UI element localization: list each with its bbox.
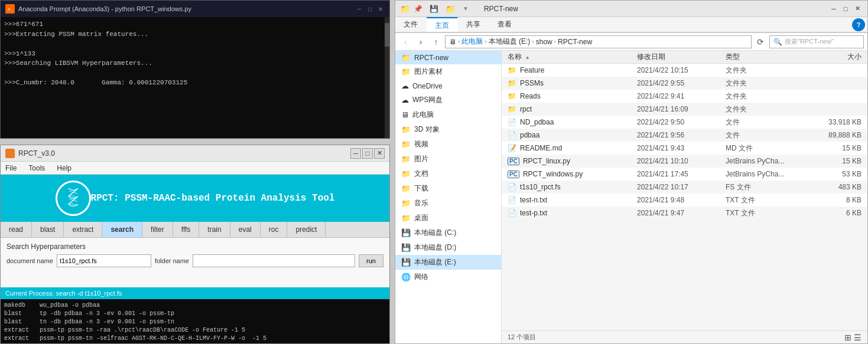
rpct-folder-label: folder name	[155, 257, 189, 264]
sidebar-item-本地磁盘 (C:)[interactable]: 💾本地磁盘 (C:)	[395, 225, 501, 240]
rpct-tab-fffs[interactable]: fffs	[173, 222, 200, 237]
terminal-scrollbar[interactable]	[385, 17, 389, 138]
sidebar-label-OneDrive: OneDrive	[412, 82, 443, 90]
rpct-tab-train[interactable]: train	[199, 222, 230, 237]
sidebar-item-3D 对象[interactable]: 📁3D 对象	[395, 122, 501, 137]
table-row[interactable]: PC RPCT_windows.py 2021/4/21 17:45 JetBr…	[502, 168, 867, 181]
sidebar-icon-网络: 🌐	[401, 273, 411, 281]
terminal-minimize-btn[interactable]: ─	[355, 5, 363, 13]
fe-list-view-btn[interactable]: ⊞	[844, 333, 851, 342]
sidebar-item-本地磁盘 (D:)[interactable]: 💾本地磁盘 (D:)	[395, 240, 501, 255]
fe-col-type-header[interactable]: 类型	[726, 52, 814, 62]
sidebar-icon-音乐: 📁	[401, 199, 411, 208]
file-size-RPCT_linux.py: 15 KB	[814, 157, 862, 165]
menu-file[interactable]: File	[3, 163, 19, 173]
fe-help-btn[interactable]: ?	[852, 18, 865, 31]
terminal-close-btn[interactable]: ✕	[376, 5, 385, 13]
sidebar-item-RPCT-new[interactable]: 📁RPCT-new	[395, 51, 501, 64]
fe-ribbon-tab-共享[interactable]: 共享	[458, 17, 489, 32]
file-name-Reads: 📁 Reads	[508, 92, 637, 100]
rpct-tab-search[interactable]: search	[102, 222, 142, 237]
file-type-rpct: 文件夹	[726, 104, 814, 114]
sidebar-item-WPS网盘[interactable]: ☁WPS网盘	[395, 93, 501, 107]
sidebar-icon-下载: 📁	[401, 184, 411, 193]
sidebar-item-OneDrive[interactable]: ☁OneDrive	[395, 79, 501, 93]
rpct-minimize-btn[interactable]: ─	[350, 148, 361, 159]
file-size-pdbaa: 89,888 KB	[814, 131, 862, 139]
file-date-rpct: 2021/4/21 16:09	[637, 105, 726, 113]
table-row[interactable]: 📄 test-p.txt 2021/4/21 9:47 TXT 文件 6 KB	[502, 207, 867, 219]
rpct-tab-filter[interactable]: filter	[142, 222, 173, 237]
fe-address-bar[interactable]: 🖥 › 此电脑 › 本地磁盘 (E:) › show › RPCT-new	[445, 35, 752, 48]
rpct-maximize-btn[interactable]: □	[362, 148, 373, 159]
file-type-RPCT_linux.py: JetBrains PyCha...	[726, 157, 814, 165]
file-icon-PSSMs: 📁	[508, 79, 516, 87]
sidebar-item-文档[interactable]: 📁文档	[395, 166, 501, 181]
rpct-tab-roc[interactable]: roc	[261, 222, 288, 237]
table-row[interactable]: 📄 test-n.txt 2021/4/21 9:48 TXT 文件 8 KB	[502, 194, 867, 207]
sidebar-item-视频[interactable]: 📁视频	[395, 137, 501, 152]
fe-search-placeholder: 搜索"RPCT-new"	[785, 37, 834, 46]
table-row[interactable]: 📄 ND_pdbaa 2021/4/22 9:50 文件 33,918 KB	[502, 116, 867, 129]
table-row[interactable]: 📄 pdbaa 2021/4/21 9:56 文件 89,888 KB	[502, 129, 867, 142]
terminal-title-text: Anaconda Prompt (Anaconda3) - python RPC…	[18, 5, 191, 12]
fe-back-btn[interactable]: ‹	[399, 35, 412, 48]
fe-addr-part4: RPCT-new	[558, 38, 592, 46]
fe-minimize-btn[interactable]: ─	[828, 4, 839, 14]
table-row[interactable]: 📁 rpct 2021/4/21 16:09 文件夹	[502, 103, 867, 116]
fe-search-bar[interactable]: 🔍 搜索"RPCT-new"	[769, 35, 864, 48]
fe-col-name[interactable]: 名称 ▲	[508, 52, 637, 62]
svg-line-0	[69, 191, 77, 194]
fe-close-btn[interactable]: ✕	[852, 4, 863, 14]
sidebar-icon-本地磁盘 (E:): 💾	[401, 258, 411, 267]
rpct-folder-input[interactable]	[193, 254, 355, 267]
fe-ribbon-tab-文件[interactable]: 文件	[395, 17, 427, 32]
rpct-doc-input[interactable]	[57, 254, 151, 267]
fe-navbar: ‹ › ↑ 🖥 › 此电脑 › 本地磁盘 (E:) › show › RPCT-…	[395, 33, 867, 51]
rpct-tab-blast[interactable]: blast	[32, 222, 64, 237]
sidebar-item-此电脑[interactable]: 🖥此电脑	[395, 107, 501, 122]
sidebar-item-本地磁盘 (E:)[interactable]: 💾本地磁盘 (E:)	[395, 255, 501, 270]
table-row[interactable]: 📁 Feature 2021/4/22 10:15 文件夹	[502, 64, 867, 77]
fe-ribbon-tab-主页[interactable]: 主页	[427, 17, 458, 32]
rpct-tab-eval[interactable]: eval	[230, 222, 261, 237]
sidebar-label-本地磁盘 (E:): 本地磁盘 (E:)	[414, 257, 456, 267]
sidebar-item-图片素材[interactable]: 📁图片素材	[395, 64, 501, 79]
menu-tools[interactable]: Tools	[26, 163, 47, 173]
fe-col-header: 名称 ▲ 修改日期 类型 大小	[502, 51, 867, 64]
fe-maximize-btn[interactable]: □	[840, 4, 851, 14]
file-icon-test-p.txt: 📄	[508, 209, 516, 217]
menu-help[interactable]: Help	[54, 163, 74, 173]
table-row[interactable]: 📄 t1s10_rpct.fs 2021/4/22 10:17 FS 文件 48…	[502, 181, 867, 194]
fe-up-btn[interactable]: ↑	[430, 35, 443, 48]
terminal-controls: ─ □ ✕	[355, 5, 385, 13]
fe-col-date-header[interactable]: 修改日期	[637, 52, 726, 62]
table-row[interactable]: 📝 README.md 2021/4/21 9:43 MD 文件 15 KB	[502, 142, 867, 155]
fe-ribbon-tab-查看[interactable]: 查看	[489, 17, 521, 32]
file-type-README.md: MD 文件	[726, 143, 814, 153]
table-row[interactable]: 📁 PSSMs 2021/4/22 9:55 文件夹	[502, 77, 867, 90]
rpct-tab-predict[interactable]: predict	[287, 222, 326, 237]
rpct-console-text: makedb wu_pdbaa -o pdbaa blast tp -db pd…	[4, 302, 386, 344]
sidebar-item-音乐[interactable]: 📁音乐	[395, 196, 501, 211]
rpct-tab-extract[interactable]: extract	[64, 222, 102, 237]
sidebar-item-图片[interactable]: 📁图片	[395, 152, 501, 166]
rpct-close-btn[interactable]: ✕	[374, 148, 385, 159]
terminal-maximize-btn[interactable]: □	[366, 5, 374, 13]
file-icon-t1s10_rpct.fs: 📄	[508, 183, 516, 191]
fe-refresh-btn[interactable]: ⟳	[754, 35, 767, 48]
rpct-tab-read[interactable]: read	[1, 222, 32, 237]
sidebar-label-RPCT-new: RPCT-new	[414, 54, 448, 62]
table-row[interactable]: PC RPCT_linux.py 2021/4/21 10:10 JetBrai…	[502, 155, 867, 168]
fe-forward-btn[interactable]: ›	[414, 35, 427, 48]
sidebar-item-网络[interactable]: 🌐网络	[395, 270, 501, 284]
sidebar-label-视频: 视频	[414, 139, 428, 149]
table-row[interactable]: 📁 Reads 2021/4/22 9:41 文件夹	[502, 90, 867, 103]
sidebar-item-下载[interactable]: 📁下载	[395, 181, 501, 196]
sidebar-item-桌面[interactable]: 📁桌面	[395, 211, 501, 225]
rpct-run-btn[interactable]: run	[359, 254, 383, 267]
sidebar-icon-桌面: 📁	[401, 214, 411, 222]
fe-col-size-header[interactable]: 大小	[814, 52, 862, 62]
file-name-pdbaa: 📄 pdbaa	[508, 131, 637, 139]
fe-detail-view-btn[interactable]: ☰	[854, 333, 862, 342]
